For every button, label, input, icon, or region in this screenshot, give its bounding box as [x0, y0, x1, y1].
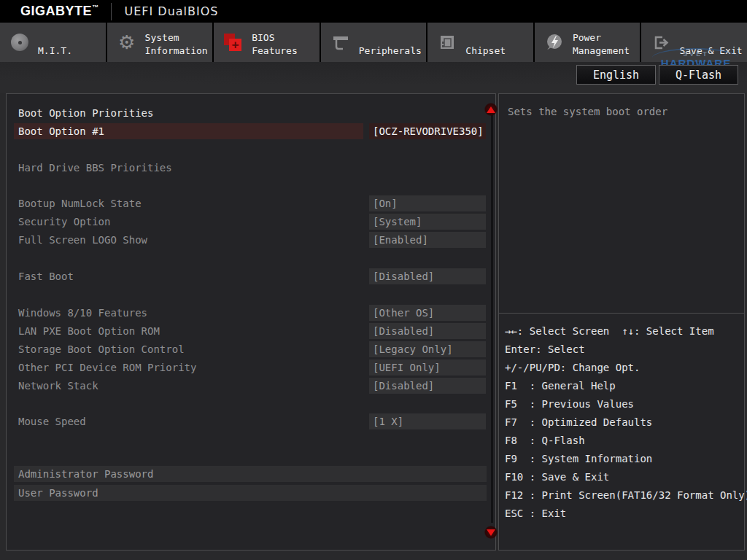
bios-title: UEFI DualBIOS: [125, 4, 219, 18]
setting-value[interactable]: [Legacy Only]: [369, 341, 486, 357]
setting-label: Boot Option #1: [14, 123, 363, 139]
help-key-line: Enter: Select: [505, 341, 741, 359]
setting-value[interactable]: [On]: [369, 195, 486, 211]
tab-peripherals[interactable]: Peripherals: [321, 23, 427, 62]
dial-icon: [9, 32, 30, 52]
setting-label: Boot Option Priorities: [14, 105, 153, 121]
boot-option-priorities-header-row: Boot Option Priorities: [14, 105, 487, 121]
tab-label: BIOS Features: [252, 31, 316, 58]
help-key-line: F5 : Previous Values: [505, 396, 741, 414]
setting-label: Hard Drive BBS Priorities: [14, 160, 172, 176]
help-key-line: F8 : Q-Flash: [505, 432, 741, 451]
boot-option-1-row[interactable]: Boot Option #1[OCZ-REVODRIVE350]: [14, 123, 487, 139]
setting-value[interactable]: [Disabled]: [369, 323, 486, 339]
scroll-down-arrow-icon[interactable]: [484, 526, 498, 539]
tab-bios-features[interactable]: + BIOS Features: [214, 23, 320, 62]
setting-label: User Password: [14, 485, 98, 501]
help-key-line: F9 : System Information: [505, 451, 741, 469]
tab-power-management[interactable]: Power Management: [535, 23, 640, 62]
setting-label: Windows 8/10 Features: [14, 305, 147, 321]
gigabyte-logo: GIGABYTE™: [20, 4, 99, 19]
setting-label: Full Screen LOGO Show: [14, 232, 147, 248]
tab-label: Power Management: [573, 31, 637, 58]
security-option-row[interactable]: Security Option[System]: [14, 214, 487, 230]
hard-drive-bbs-priorities-row[interactable]: Hard Drive BBS Priorities: [14, 160, 487, 176]
setting-label: Storage Boot Option Control: [14, 341, 185, 357]
help-key-line: F12 : Print Screen(FAT16/32 Format Only): [505, 487, 741, 505]
chipset-icon: [437, 32, 457, 52]
power-lightning-icon: [544, 32, 565, 52]
setting-value[interactable]: [OCZ-REVODRIVE350]: [369, 123, 486, 139]
title-bar: GIGABYTE™ UEFI DualBIOS: [0, 0, 747, 23]
setting-value[interactable]: [UEFI Only]: [369, 359, 486, 376]
storage-boot-option-control-row[interactable]: Storage Boot Option Control[Legacy Only]: [14, 341, 487, 357]
setting-label: Administrator Password: [14, 466, 153, 482]
setting-label: LAN PXE Boot Option ROM: [14, 323, 160, 339]
title-divider: [111, 3, 112, 20]
tab-label: System Information: [145, 31, 209, 58]
help-key-line: ESC : Exit: [505, 505, 741, 524]
peripheral-icon: [330, 32, 351, 52]
administrator-password-row[interactable]: Administrator Password: [14, 466, 487, 482]
setting-value[interactable]: [Other OS]: [369, 305, 486, 321]
settings-panel: Boot Option PrioritiesBoot Option #1[OCZ…: [6, 93, 496, 551]
tab-label: M.I.T.: [38, 44, 72, 58]
setting-label: Mouse Speed: [14, 413, 86, 429]
help-key-line: F7 : Optimized Defaults: [505, 414, 741, 432]
lan-pxe-boot-option-rom-row[interactable]: LAN PXE Boot Option ROM[Disabled]: [14, 323, 487, 339]
tab-label: Chipset: [465, 44, 506, 58]
setting-value[interactable]: [Disabled]: [369, 378, 486, 394]
bootup-numlock-state-row[interactable]: Bootup NumLock State[On]: [14, 195, 487, 211]
setting-label: Security Option: [14, 214, 110, 230]
windows-8-10-features-row[interactable]: Windows 8/10 Features[Other OS]: [14, 305, 487, 321]
setting-value[interactable]: [System]: [369, 214, 486, 230]
settings-list: Boot Option PrioritiesBoot Option #1[OCZ…: [7, 105, 495, 501]
help-divider: [499, 313, 744, 314]
setting-label: Bootup NumLock State: [14, 195, 142, 211]
tab-system-information[interactable]: ⚙ System Information: [107, 23, 213, 62]
help-key-line: →←: Select Screen ↑↓: Select Item: [505, 323, 741, 341]
key-legend: →←: Select Screen ↑↓: Select ItemEnter: …: [505, 323, 741, 524]
scroll-up-arrow-icon[interactable]: [484, 103, 498, 116]
setting-value[interactable]: [Enabled]: [369, 232, 486, 248]
bios-chip-plus-icon: +: [223, 32, 244, 52]
full-screen-logo-show-row[interactable]: Full Screen LOGO Show[Enabled]: [14, 232, 487, 248]
setting-label: Other PCI Device ROM Priority: [14, 359, 196, 376]
fast-boot-row[interactable]: Fast Boot[Disabled]: [14, 268, 487, 284]
setting-label: Network Stack: [14, 378, 98, 394]
network-stack-row[interactable]: Network Stack[Disabled]: [14, 378, 487, 394]
other-pci-device-rom-priority-row[interactable]: Other PCI Device ROM Priority[UEFI Only]: [14, 359, 487, 376]
qflash-button[interactable]: Q-Flash: [659, 65, 738, 85]
mouse-speed-row[interactable]: Mouse Speed[1 X]: [14, 413, 487, 429]
tab-chipset[interactable]: Chipset: [427, 23, 533, 62]
gear-icon: ⚙: [117, 32, 137, 52]
main-menu-tabbar: M.I.T. ⚙ System Information + BIOS Featu…: [0, 23, 747, 62]
setting-value[interactable]: [1 X]: [369, 413, 486, 429]
user-password-row[interactable]: User Password: [14, 485, 487, 501]
setting-label: Fast Boot: [14, 268, 74, 284]
scrollbar-track[interactable]: [491, 114, 493, 523]
help-description: Sets the system boot order: [508, 106, 667, 117]
tab-label: Peripherals: [359, 44, 422, 58]
setting-value[interactable]: [Disabled]: [369, 268, 486, 284]
help-panel: Sets the system boot order →←: Select Sc…: [498, 93, 745, 551]
help-key-line: F10 : Save & Exit: [505, 469, 741, 487]
language-button[interactable]: English: [576, 65, 656, 85]
help-key-line: +/-/PU/PD: Change Opt.: [505, 359, 741, 378]
help-key-line: F1 : General Help: [505, 378, 741, 396]
tab-mit[interactable]: M.I.T.: [0, 23, 106, 62]
